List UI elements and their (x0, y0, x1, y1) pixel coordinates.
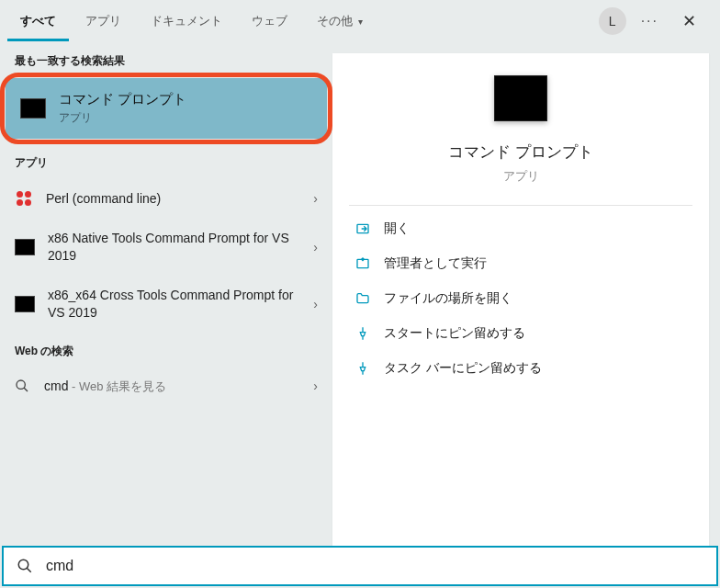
app-result-perl[interactable]: Perl (command line) › (0, 178, 332, 219)
action-run-admin[interactable]: 管理者として実行 (349, 246, 692, 281)
chevron-right-icon: › (313, 379, 318, 393)
top-tab-bar: すべて アプリ ドキュメント ウェブ その他 ▾ L ··· ✕ (0, 0, 720, 42)
svg-line-1 (24, 388, 28, 391)
more-options-icon[interactable]: ··· (637, 9, 662, 33)
chevron-right-icon: › (313, 297, 318, 311)
svg-point-4 (18, 560, 28, 570)
terminal-icon (15, 296, 35, 312)
apps-header: アプリ (0, 144, 332, 178)
main-content: 最も一致する検索結果 コマンド プロンプト アプリ アプリ Perl (comm… (0, 42, 720, 546)
web-query-text: cmd (44, 379, 68, 393)
divider (349, 205, 692, 206)
tab-more[interactable]: その他 ▾ (304, 2, 376, 41)
terminal-icon (20, 98, 46, 119)
web-search-header: Web の検索 (0, 333, 332, 367)
action-pin-start[interactable]: スタートにピン留めする (349, 316, 692, 351)
detail-panel: コマンド プロンプト アプリ 開く 管理者として実行 ファイルの場所を開く (332, 53, 709, 546)
detail-title: コマンド プロンプト (349, 141, 692, 163)
app-result-vs-x86[interactable]: x86 Native Tools Command Prompt for VS 2… (0, 219, 332, 276)
best-match-item[interactable]: コマンド プロンプト アプリ (6, 78, 327, 139)
close-icon[interactable]: ✕ (673, 6, 705, 37)
chevron-right-icon: › (313, 240, 318, 254)
pin-icon (353, 361, 373, 376)
topbar-right: L ··· ✕ (599, 6, 713, 37)
terminal-icon (15, 239, 35, 255)
action-label: 開く (384, 220, 410, 237)
chevron-down-icon: ▾ (358, 17, 363, 27)
best-match-title: コマンド プロンプト (59, 91, 312, 108)
best-match-subtitle: アプリ (59, 110, 312, 126)
web-suffix-text: - Web 結果を見る (68, 379, 166, 393)
action-open-location[interactable]: ファイルの場所を開く (349, 281, 692, 316)
tab-more-label: その他 (317, 14, 353, 28)
web-search-label: cmd - Web 結果を見る (44, 378, 313, 395)
detail-terminal-icon (494, 75, 547, 121)
app-result-label: x86_x64 Cross Tools Command Prompt for V… (48, 287, 313, 322)
user-avatar[interactable]: L (599, 7, 626, 35)
pin-icon (353, 326, 373, 341)
perl-icon (15, 189, 33, 208)
svg-line-5 (27, 568, 31, 572)
app-result-label: Perl (command line) (46, 190, 313, 208)
tab-web[interactable]: ウェブ (239, 2, 300, 41)
tab-apps[interactable]: アプリ (73, 2, 134, 41)
app-result-label: x86 Native Tools Command Prompt for VS 2… (48, 230, 313, 265)
search-icon (17, 558, 33, 574)
tabs-container: すべて アプリ ドキュメント ウェブ その他 ▾ (7, 2, 376, 41)
open-icon (353, 221, 373, 236)
search-bar[interactable] (2, 546, 718, 586)
action-label: ファイルの場所を開く (384, 290, 512, 307)
detail-subtitle: アプリ (349, 168, 692, 185)
tab-documents[interactable]: ドキュメント (138, 2, 235, 41)
admin-icon (353, 256, 373, 271)
best-match-header: 最も一致する検索結果 (0, 42, 332, 76)
action-label: スタートにピン留めする (384, 325, 525, 342)
svg-point-0 (17, 380, 25, 389)
action-label: タスク バーにピン留めする (384, 360, 542, 377)
search-input[interactable] (46, 558, 703, 574)
app-result-vs-x86-x64[interactable]: x86_x64 Cross Tools Command Prompt for V… (0, 276, 332, 333)
search-icon (15, 379, 31, 393)
results-column: 最も一致する検索結果 コマンド プロンプト アプリ アプリ Perl (comm… (0, 42, 332, 546)
tab-all[interactable]: すべて (7, 2, 69, 41)
web-search-item[interactable]: cmd - Web 結果を見る › (0, 367, 332, 406)
action-label: 管理者として実行 (384, 255, 487, 272)
folder-icon (353, 291, 373, 306)
action-pin-taskbar[interactable]: タスク バーにピン留めする (349, 351, 692, 386)
chevron-right-icon: › (313, 191, 318, 206)
action-open[interactable]: 開く (349, 211, 692, 246)
